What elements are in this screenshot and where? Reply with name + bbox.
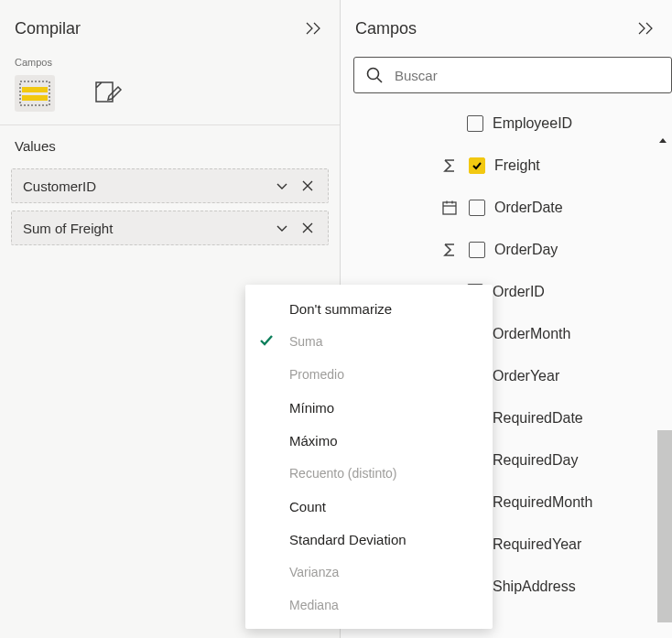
menu-item-label: Suma [289,334,323,349]
field-name: ShipAddress [493,579,576,595]
aggregation-menu-item[interactable]: Varianza [245,556,493,589]
visual-type-row [0,70,340,124]
fields-header: Campos [341,0,672,53]
check-icon [258,332,275,351]
data-view-button[interactable] [15,75,55,112]
value-pill-remove[interactable] [295,215,320,241]
field-row[interactable]: EmployeeID [350,103,672,145]
fields-collapse-button[interactable] [635,17,657,39]
aggregation-menu: Don't summarizeSumaPromedioMínimoMáximoR… [245,285,493,629]
aggregation-menu-item[interactable]: Recuento (distinto) [245,457,493,490]
field-row[interactable]: OrderDate [350,187,672,229]
chevron-double-right-icon [637,21,656,36]
aggregation-menu-item[interactable]: Count [245,490,493,523]
field-checkbox[interactable] [469,200,485,216]
build-collapse-button[interactable] [303,17,325,39]
field-name: RequiredDate [493,410,583,427]
scrollbar-thumb[interactable] [657,430,672,622]
svg-point-3 [368,69,379,80]
field-row[interactable]: OrderDay [350,229,672,271]
sigma-icon [439,242,460,258]
search-box[interactable] [353,57,672,93]
search-icon [365,66,384,84]
svg-rect-0 [20,81,49,105]
menu-item-label: Máximo [289,433,338,449]
search-wrap [341,53,672,103]
field-checkbox[interactable] [469,242,485,258]
menu-item-label: Mediana [289,598,339,612]
value-pill-dropdown[interactable] [269,173,295,199]
aggregation-menu-item[interactable]: Mínimo [245,391,493,424]
field-name: EmployeeID [493,115,572,132]
close-icon [301,179,314,192]
menu-item-label: Recuento (distinto) [289,466,397,481]
format-view-button[interactable] [88,75,128,112]
chevron-double-right-icon [305,21,323,36]
table-icon [19,81,50,106]
search-input[interactable] [395,68,660,83]
chevron-down-icon [275,178,289,193]
values-heading: Values [0,124,340,163]
value-pill-label: CustomerID [23,178,269,194]
field-name: Freight [494,157,540,174]
value-pill-label: Sum of Freight [23,221,269,236]
build-header: Compilar [0,0,340,53]
close-icon [301,222,314,234]
field-name: OrderID [493,284,545,300]
aggregation-menu-item[interactable]: Standard Deviation [245,523,493,556]
build-title: Compilar [15,19,81,38]
field-name: RequiredYear [493,536,581,553]
menu-item-label: Standard Deviation [289,532,406,547]
aggregation-menu-item[interactable]: Don't summarize [245,292,493,325]
value-pill-dropdown[interactable] [269,215,295,241]
svg-rect-1 [22,87,48,92]
field-row[interactable]: Freight [350,145,672,187]
field-checkbox[interactable] [469,157,485,174]
value-pill[interactable]: Sum of Freight [11,211,329,245]
menu-item-label: Promedio [289,367,344,382]
field-name: OrderMonth [493,326,570,342]
menu-item-label: Mínimo [289,400,334,416]
aggregation-menu-item[interactable]: Máximo [245,424,493,457]
field-name: RequiredMonth [493,494,592,511]
sigma-icon [439,157,460,174]
svg-rect-2 [22,95,48,101]
menu-item-label: Don't summarize [289,301,392,317]
fields-title: Campos [355,19,417,38]
menu-item-label: Varianza [289,565,339,579]
field-name: OrderDay [494,242,558,258]
field-checkbox[interactable] [467,115,483,132]
menu-item-label: Count [289,499,326,514]
aggregation-menu-item[interactable]: Promedio [245,358,493,391]
chevron-down-icon [275,221,289,235]
value-pill-remove[interactable] [295,173,320,199]
page-brush-icon [92,80,124,107]
build-subhead: Campos [0,53,340,70]
values-list: CustomerID Sum of Freight [0,163,340,245]
aggregation-menu-item[interactable]: Suma [245,325,493,358]
calendar-icon [439,200,460,216]
svg-rect-5 [443,202,456,214]
field-name: RequiredDay [493,452,578,469]
field-name: OrderYear [493,368,559,384]
field-name: OrderDate [494,200,563,216]
value-pill[interactable]: CustomerID [11,168,329,203]
svg-line-4 [377,78,382,82]
aggregation-menu-item[interactable]: Mediana [245,589,493,622]
